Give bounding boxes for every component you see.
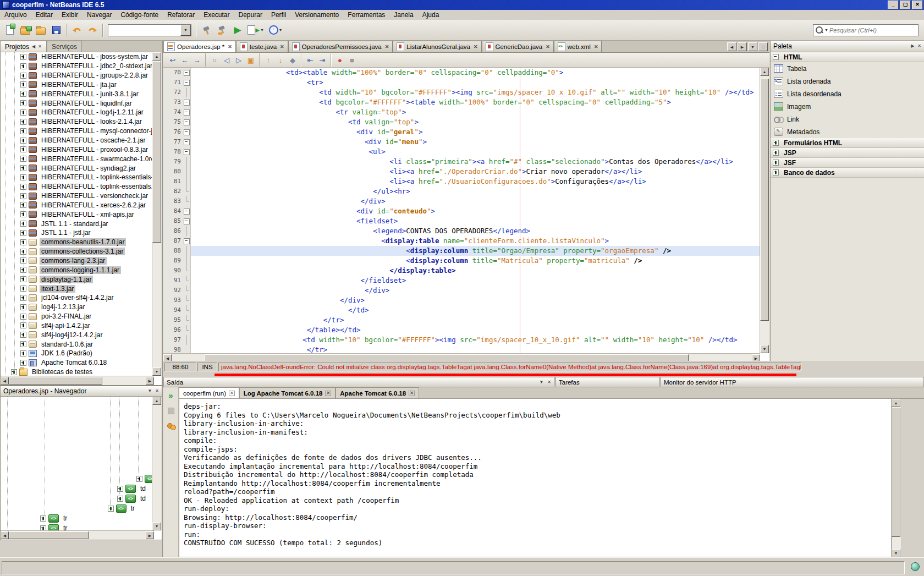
expand-icon[interactable]	[773, 150, 779, 156]
tree-item-slf4j-log4j12-1-4-2-jar[interactable]: slf4j-log4j12-1.4.2.jar	[1, 330, 162, 339]
expand-icon[interactable]	[20, 146, 26, 152]
next-bookmark-button[interactable]: ↓	[274, 54, 287, 66]
expand-icon[interactable]	[11, 369, 17, 375]
close-tab-icon[interactable]: ✕	[385, 44, 389, 50]
tree-item-hibernatefull-liquidlnf-jar[interactable]: HIBERNATEFULL - liquidlnf.jar	[1, 98, 162, 108]
fold-column[interactable]	[183, 226, 191, 236]
combobox-dropdown-icon[interactable]: ▼	[180, 25, 191, 36]
tab-servicos[interactable]: Serviços	[47, 41, 82, 52]
undo-button[interactable]	[69, 23, 85, 38]
expand-icon[interactable]	[20, 295, 26, 301]
code-line-71[interactable]: 71<tr>	[163, 78, 760, 87]
fold-column[interactable]	[183, 256, 191, 266]
tree-item-slf4j-api-1-4-2-jar[interactable]: slf4j-api-1.4.2.jar	[1, 321, 162, 330]
chevron-down-icon[interactable]: ▼	[279, 28, 283, 32]
output-console[interactable]: deps-jar: Copying 6 files to C:\Users\Ma…	[179, 399, 892, 557]
menu-editar[interactable]: Editar	[31, 10, 57, 20]
tree-item-hibernatefull-xerces-2-6-2-jar[interactable]: HIBERNATEFULL - xerces-2.6.2.jar	[1, 201, 162, 210]
scroll-up-icon[interactable]: ▲	[152, 397, 161, 405]
tree-item-commons-beanutils-1-7-0-jar[interactable]: commons-beanutils-1.7.0.jar	[1, 238, 162, 247]
palette-item-tabela[interactable]: Tabela	[771, 62, 924, 75]
search-dropdown-icon[interactable]: ▼	[824, 28, 828, 32]
tree-item-bibliotecas-de-testes[interactable]: Bibliotecas de testes	[1, 367, 162, 377]
fold-column[interactable]	[183, 295, 191, 305]
code-line-80[interactable]: 80<li><a href="./OperadorCriar.do">Criar…	[163, 167, 760, 177]
expand-icon[interactable]	[20, 73, 26, 79]
tree-item-log4j-1-2-13-jar[interactable]: log4j-1.2.13.jar	[1, 303, 162, 312]
expand-icon[interactable]	[20, 119, 26, 125]
stop-button[interactable]	[166, 406, 177, 416]
fold-collapse-icon[interactable]	[184, 109, 190, 116]
fold-column[interactable]	[183, 147, 191, 157]
expand-icon[interactable]	[20, 276, 26, 282]
scroll-tabs-left-icon[interactable]: ◀	[727, 42, 736, 51]
fold-column[interactable]	[183, 167, 191, 177]
scroll-tabs-right-icon[interactable]: ▶	[738, 42, 747, 51]
code-line-76[interactable]: 76<div id="geral">	[163, 127, 760, 137]
fold-collapse-icon[interactable]	[184, 218, 190, 224]
scroll-up-icon[interactable]: ▲	[152, 52, 161, 61]
debug-project-button[interactable]: ▶▼	[245, 23, 266, 38]
fold-column[interactable]	[183, 97, 191, 107]
fold-column[interactable]	[183, 78, 191, 87]
code-line-82[interactable]: 82</ul><hr>	[163, 186, 760, 196]
tree-item-hibernatefull-mysql-connector-java-5-1[interactable]: HIBERNATEFULL - mysql-connector-java-5.1	[1, 127, 162, 136]
fold-collapse-icon[interactable]	[184, 119, 190, 125]
search-input[interactable]	[828, 26, 918, 34]
expand-icon[interactable]	[20, 239, 26, 245]
record-macro-button[interactable]: ●	[334, 54, 346, 66]
previous-bookmark-button[interactable]: ↑	[262, 54, 274, 66]
menu-arquivo[interactable]: Arquivo	[0, 10, 31, 20]
code-line-91[interactable]: 91</fieldset>	[163, 276, 760, 286]
menu-navegar[interactable]: Navegar	[82, 10, 116, 20]
menu-perfil[interactable]: Perfil	[267, 10, 290, 20]
shift-line-right-button[interactable]: ⇥	[316, 54, 328, 66]
http-monitor-window-header[interactable]: Monitor do servidor HTTP	[661, 377, 924, 387]
palette-section-html[interactable]: HTML	[771, 52, 924, 62]
close-tab-icon[interactable]: ✕	[474, 44, 478, 50]
expand-icon[interactable]	[20, 184, 26, 190]
code-line-96[interactable]: 96</table></td>	[163, 325, 760, 335]
configuration-combobox[interactable]: ▼	[108, 24, 191, 36]
expand-icon[interactable]	[20, 304, 26, 310]
menu-depurar[interactable]: Depurar	[234, 10, 267, 20]
close-icon[interactable]: ✕	[547, 380, 551, 385]
expand-icon[interactable]	[20, 257, 26, 264]
tree-item-hibernatefull-looks-2-1-4-jar[interactable]: HIBERNATEFULL - looks-2.1.4.jar	[1, 117, 162, 127]
close-icon[interactable]: ✕	[38, 45, 42, 49]
menu-ajuda[interactable]: Ajuda	[418, 10, 444, 20]
output-vertical-scrollbar[interactable]: ▲ ▼	[892, 399, 901, 557]
filter-icon[interactable]: ▼	[147, 389, 152, 393]
expand-icon[interactable]	[773, 160, 779, 166]
expand-icon[interactable]	[20, 221, 26, 227]
menu-refatorar[interactable]: Refatorar	[163, 10, 199, 20]
editor-tab-teste-java[interactable]: teste.java✕	[236, 41, 288, 52]
navigator-item-tr[interactable]: <>tr	[40, 514, 69, 523]
code-line-77[interactable]: 77<div id="menu">	[163, 137, 760, 147]
forward-button[interactable]: →	[191, 54, 203, 66]
expand-icon[interactable]	[20, 249, 26, 255]
fold-column[interactable]	[183, 315, 191, 325]
output-tab-log-apache-tomcat-6-0-18[interactable]: Log Apache Tomcat 6.0.18✕	[239, 387, 336, 398]
palette-item-link[interactable]: Link	[771, 113, 924, 125]
fold-column[interactable]	[183, 127, 191, 137]
code-line-84[interactable]: 84<div id="conteudo">	[163, 206, 760, 216]
palette-section-banco-de-dados[interactable]: Banco de dados	[771, 168, 924, 178]
code-line-73[interactable]: 73<td bgcolor="#FFFFFF"><table width="10…	[163, 97, 760, 107]
profile-project-button[interactable]: ▼	[266, 23, 285, 38]
scroll-up-icon[interactable]: ▲	[892, 399, 900, 407]
tree-item-hibernatefull-toplink-essentials-jar[interactable]: HIBERNATEFULL - toplink-essentials.jar	[1, 182, 162, 191]
fold-column[interactable]	[183, 236, 191, 246]
scrollbar-thumb[interactable]	[760, 79, 769, 321]
projects-horizontal-scrollbar[interactable]: ◀ ▶	[1, 376, 154, 385]
fold-collapse-icon[interactable]	[184, 70, 190, 76]
close-icon[interactable]: ✕	[917, 44, 921, 48]
palette-section-jsp[interactable]: JSP	[771, 148, 924, 158]
navigator-vertical-scrollbar[interactable]: ▲ ▼	[152, 397, 162, 530]
fold-collapse-icon[interactable]	[184, 238, 190, 244]
fold-column[interactable]	[183, 216, 191, 226]
projects-vertical-scrollbar[interactable]: ▲ ▼	[152, 52, 162, 376]
code-line-94[interactable]: 94</td>	[163, 305, 760, 315]
chevron-down-icon[interactable]: ▼	[260, 28, 264, 32]
palette-item-lista-ordenada[interactable]: Lista ordenada	[771, 75, 924, 87]
